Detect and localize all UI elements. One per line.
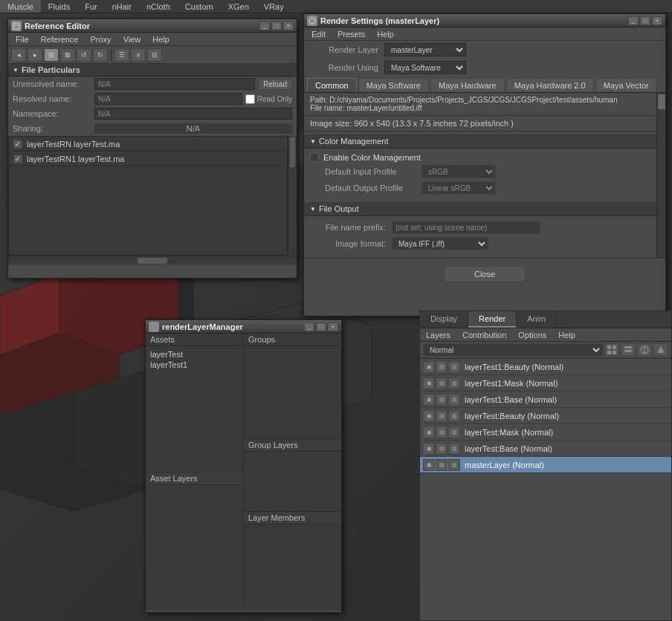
menu-custom[interactable]: Custom bbox=[178, 0, 221, 13]
toolbar-btn-3[interactable]: ⊞ bbox=[44, 48, 59, 62]
tab-display[interactable]: Display bbox=[420, 311, 468, 328]
menu-fluids[interactable]: Fluids bbox=[41, 0, 77, 13]
svg-rect-20 bbox=[613, 351, 616, 354]
rp-icon-btn-4[interactable] bbox=[653, 343, 668, 357]
menu-ncloth[interactable]: nCloth bbox=[139, 0, 178, 13]
ref-list-item-0[interactable]: ✓ layerTestRN layerTest.ma bbox=[9, 137, 287, 152]
ref-list-scrollbar[interactable] bbox=[288, 136, 297, 256]
rs-menu-help[interactable]: Help bbox=[371, 27, 400, 40]
svg-marker-25 bbox=[657, 346, 665, 353]
ref-editor-close[interactable]: × bbox=[283, 22, 294, 30]
toolbar-btn-8[interactable]: ≡ bbox=[131, 48, 146, 62]
layer-name-0: layerTest1:Beauty (Normal) bbox=[462, 362, 668, 371]
rp-menu-layers[interactable]: Layers bbox=[420, 328, 456, 341]
layer-item-4[interactable]: ▣ ▤ ▥ layerTest:Mask (Normal) bbox=[420, 424, 671, 440]
namespace-input[interactable] bbox=[94, 108, 292, 120]
file-output-header[interactable]: ▼ File Output bbox=[304, 202, 656, 216]
default-output-row: Default Output Profile Linear sRGB bbox=[304, 180, 656, 196]
unresolved-name-input[interactable] bbox=[94, 78, 255, 90]
ref-checkbox-0[interactable]: ✓ bbox=[13, 140, 22, 149]
layer-item-0[interactable]: ▣ ▤ ▥ layerTest1:Beauty (Normal) bbox=[420, 359, 671, 375]
rlm-window: renderLayerManager _ □ × Assets layerTes… bbox=[145, 319, 342, 613]
ref-menu-view[interactable]: View bbox=[117, 33, 147, 45]
render-panel-tabs: Display Render Anim bbox=[420, 311, 671, 328]
rp-icon-btn-2[interactable] bbox=[621, 343, 636, 357]
render-using-select[interactable]: Maya Software bbox=[384, 61, 466, 74]
rs-scrollbar[interactable] bbox=[656, 93, 665, 258]
ref-editor-maximize[interactable]: □ bbox=[271, 22, 282, 30]
rp-icon-btn-1[interactable] bbox=[604, 343, 619, 357]
render-settings-close[interactable]: × bbox=[652, 16, 662, 25]
rlm-close[interactable]: × bbox=[328, 322, 338, 331]
layer-item-3[interactable]: ▣ ▤ ▥ layerTest:Beauty (Normal) bbox=[420, 408, 671, 424]
menu-vray[interactable]: VRay bbox=[256, 0, 291, 13]
resolved-name-input[interactable] bbox=[94, 93, 242, 105]
enable-cm-row: Enable Color Management bbox=[304, 152, 656, 163]
render-settings-maximize[interactable]: □ bbox=[640, 16, 650, 25]
ref-editor-titlebar[interactable]: Reference Editor _ □ × bbox=[8, 19, 297, 33]
tab-maya-software[interactable]: Maya Software bbox=[358, 78, 429, 92]
reload-button[interactable]: Reload bbox=[258, 79, 292, 90]
rp-icon-btn-3[interactable] bbox=[637, 343, 652, 357]
rlm-titlebar[interactable]: renderLayerManager _ □ × bbox=[146, 320, 341, 334]
ref-editor-minimize[interactable]: _ bbox=[259, 22, 270, 30]
layer-icon-b: ▤ bbox=[436, 377, 448, 389]
layer-item-6[interactable]: ▣ ▤ ▥ masterLayer (Normal) bbox=[420, 457, 671, 473]
layer-name-5: layerTest:Base (Normal) bbox=[462, 444, 668, 453]
image-format-select[interactable]: Maya IFF (.iff) bbox=[392, 237, 488, 250]
rs-menu-presets[interactable]: Presets bbox=[332, 27, 371, 40]
menu-xgen[interactable]: XGen bbox=[221, 0, 256, 13]
ref-menu-reference[interactable]: Reference bbox=[35, 33, 85, 45]
rp-menu-help[interactable]: Help bbox=[552, 328, 581, 341]
rp-menu-options[interactable]: Options bbox=[512, 328, 552, 341]
rp-menu-contribution[interactable]: Contribution bbox=[456, 328, 512, 341]
ref-menu-help[interactable]: Help bbox=[146, 33, 175, 45]
default-input-select[interactable]: sRGB bbox=[421, 165, 496, 178]
toolbar-btn-1[interactable]: ◂ bbox=[11, 48, 26, 62]
layer-item-1[interactable]: ▣ ▤ ▥ layerTest1:Mask (Normal) bbox=[420, 375, 671, 391]
tab-render[interactable]: Render bbox=[468, 311, 517, 328]
tab-anim[interactable]: Anim bbox=[517, 311, 557, 328]
close-button[interactable]: Close bbox=[444, 266, 526, 282]
menu-muscle[interactable]: Muscle bbox=[0, 0, 41, 13]
toolbar-btn-5[interactable]: ↺ bbox=[77, 48, 91, 62]
rlm-minimize[interactable]: _ bbox=[304, 322, 314, 331]
fo-header-label: File Output bbox=[319, 204, 359, 213]
menu-nhair[interactable]: nHair bbox=[105, 0, 139, 13]
menu-fur[interactable]: Fur bbox=[77, 0, 105, 13]
color-management-header[interactable]: ▼ Color Management bbox=[304, 134, 656, 149]
render-layer-select[interactable]: masterLayer bbox=[384, 43, 466, 56]
toolbar-btn-4[interactable]: ⊠ bbox=[60, 48, 75, 62]
ref-checkbox-1[interactable]: ✓ bbox=[13, 155, 22, 163]
layer-type-dropdown[interactable]: Normal bbox=[423, 343, 603, 357]
render-settings-minimize[interactable]: _ bbox=[628, 16, 639, 25]
rlm-asset-0[interactable]: layerTest bbox=[150, 349, 239, 360]
ref-menu-file[interactable]: File bbox=[10, 33, 35, 45]
svg-point-15 bbox=[309, 18, 315, 24]
enable-cm-checkbox[interactable] bbox=[310, 153, 319, 162]
layer-icon-c: ▥ bbox=[448, 361, 460, 373]
tab-maya-hardware-2[interactable]: Maya Hardware 2.0 bbox=[506, 78, 594, 92]
svg-rect-22 bbox=[624, 350, 632, 352]
toolbar-btn-9[interactable]: ⊟ bbox=[147, 48, 162, 62]
tab-maya-hardware[interactable]: Maya Hardware bbox=[430, 78, 505, 92]
ref-menu-proxy[interactable]: Proxy bbox=[85, 33, 117, 45]
ref-list-item-1[interactable]: ✓ layerTestRN1 layerTest.ma bbox=[9, 152, 287, 166]
readonly-checkbox[interactable] bbox=[245, 94, 255, 104]
file-particulars-header: ▼ File Particulars bbox=[8, 64, 297, 77]
tab-common[interactable]: Common bbox=[307, 78, 357, 92]
toolbar-btn-6[interactable]: ↻ bbox=[93, 48, 108, 62]
h-scrollbar[interactable] bbox=[8, 256, 297, 264]
layer-item-5[interactable]: ▣ ▤ ▥ layerTest:Base (Normal) bbox=[420, 440, 671, 457]
rlm-maximize[interactable]: □ bbox=[316, 322, 326, 331]
ref-editor-icon bbox=[11, 21, 22, 31]
toolbar-btn-7[interactable]: ☰ bbox=[114, 48, 129, 62]
default-output-select[interactable]: Linear sRGB bbox=[421, 181, 496, 195]
toolbar-btn-2[interactable]: ▸ bbox=[28, 48, 42, 62]
filename-prefix-input[interactable] bbox=[392, 221, 540, 234]
render-settings-titlebar[interactable]: Render Settings (masterLayer) _ □ × bbox=[304, 14, 665, 27]
rs-menu-edit[interactable]: Edit bbox=[306, 27, 332, 40]
tab-maya-vector[interactable]: Maya Vector bbox=[595, 78, 657, 92]
rlm-asset-1[interactable]: layerTest1 bbox=[150, 360, 239, 370]
layer-item-2[interactable]: ▣ ▤ ▥ layerTest1:Base (Normal) bbox=[420, 391, 671, 408]
